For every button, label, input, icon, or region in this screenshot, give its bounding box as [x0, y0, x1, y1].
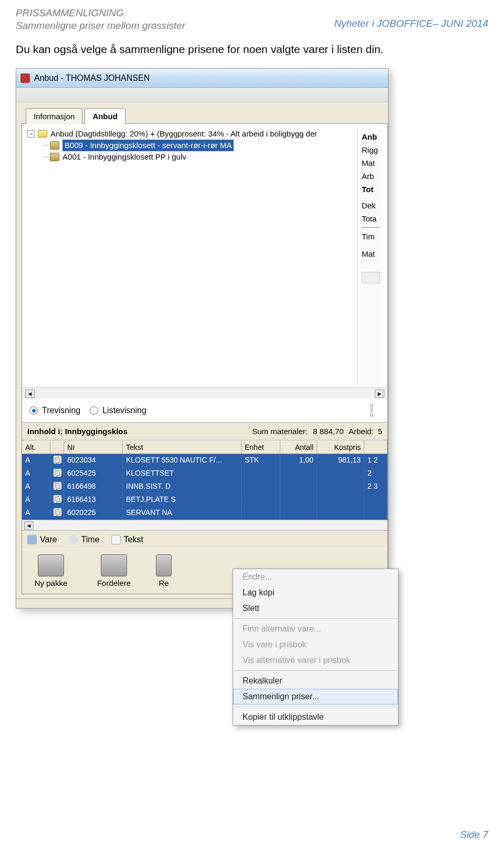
- tab-anbud[interactable]: Anbud: [85, 108, 125, 124]
- tab-panel: − Anbud (Dagtidstillegg: 20%) + (Byggpro…: [22, 123, 388, 594]
- package-icon: [38, 554, 64, 576]
- radio-listevisning[interactable]: Listevisning: [90, 406, 146, 415]
- arrow-down-icon[interactable]: ⇩: [368, 411, 375, 417]
- cell-kostpris: [317, 480, 364, 493]
- doc-header-title: PRISSAMMENLIGNING: [16, 7, 185, 19]
- radio-listevisning-label: Listevisning: [102, 406, 146, 415]
- table-row[interactable]: A6025425KLOSETTSET2: [22, 467, 387, 480]
- radio-checked-icon: [29, 406, 38, 415]
- ctx-lag-kopi[interactable]: Lag kopi: [233, 585, 398, 601]
- radio-trevisning[interactable]: Trevisning: [29, 406, 80, 415]
- innhold-label: Innhold i:: [27, 427, 62, 436]
- reorder-arrows[interactable]: ⇧ ⇩: [368, 404, 380, 417]
- tab-informasjon[interactable]: Informasjon: [26, 108, 82, 124]
- scroll-left-icon[interactable]: ◄: [25, 390, 35, 398]
- item-icon: [54, 456, 61, 464]
- ctx-rekalkuler[interactable]: Rekalkuler: [233, 673, 398, 689]
- btn-fordelere-label: Fordelere: [97, 579, 131, 587]
- toolbar-vare[interactable]: Vare: [27, 535, 57, 544]
- btn-re-label: Re: [159, 579, 169, 587]
- cell-kostpris: [317, 493, 364, 506]
- app-icon: [20, 73, 30, 83]
- cell-antall: [280, 493, 317, 506]
- col-antall[interactable]: Antall: [280, 440, 317, 454]
- scroll-right-icon[interactable]: ►: [375, 390, 384, 398]
- cell-kostpris: 981,13: [317, 454, 364, 467]
- summary-anb: Anb: [362, 130, 380, 143]
- tree-view[interactable]: − Anbud (Dagtidstillegg: 20%) + (Byggpro…: [27, 128, 357, 385]
- table-row[interactable]: A6166498INNB.SIST. D2 3: [22, 480, 387, 493]
- toolbar-tekst[interactable]: Tekst: [111, 535, 143, 544]
- clock-icon: [69, 535, 78, 544]
- ctx-vis-alt-prisbok[interactable]: Vis alternative varer i prisbok: [233, 653, 398, 668]
- toolbar-time-label: Time: [81, 535, 100, 544]
- table-row[interactable]: A6023034KLOSETT 5530 NAUTIC F/...STK1,00…: [22, 454, 387, 467]
- item-icon: [54, 508, 61, 516]
- cell-tekst: INNB.SIST. D: [123, 480, 242, 493]
- ctx-vis-vare-prisbok[interactable]: Vis vare i prisbok: [233, 637, 398, 653]
- summary-mat2: Mat: [362, 247, 380, 260]
- cell-antall: [280, 480, 317, 493]
- ctx-finn-alternativ[interactable]: Finn alternativ vare...: [233, 621, 398, 637]
- sum-mat-val: 8 884,70: [313, 427, 343, 436]
- summary-button[interactable]: [362, 272, 380, 283]
- table-row[interactable]: A6020225SERVANT NA: [22, 507, 387, 520]
- grid-body[interactable]: A6023034KLOSETT 5530 NAUTIC F/...STK1,00…: [22, 454, 387, 520]
- tree-node-a001[interactable]: A001 - Innbyggingsklosett PP i gulv: [62, 151, 186, 163]
- ctx-endre[interactable]: Endre...: [233, 569, 398, 585]
- arbeid-val: 5: [378, 427, 382, 436]
- cell-tekst: SERVANT NA: [123, 507, 242, 519]
- tree-node-b009[interactable]: B009 - Innbyggingsklosett - servant-rør-…: [62, 140, 234, 151]
- summary-mat: Mat: [362, 156, 380, 170]
- item-icon: [54, 495, 61, 503]
- col-nr[interactable]: Nr: [64, 440, 123, 454]
- summary-sidebar: Anb Rigg Mat Arb Tot Dek Tota Tim Mat: [357, 128, 382, 385]
- col-alt[interactable]: Alt.: [22, 440, 50, 454]
- tree-line-icon: ⋯: [43, 151, 48, 163]
- grid-hscrollbar[interactable]: ◄: [22, 520, 387, 530]
- tree-hscrollbar[interactable]: ◄ ►: [22, 387, 387, 399]
- cell-nr: 6025425: [64, 467, 123, 480]
- folder-icon: [38, 130, 47, 138]
- ctx-slett[interactable]: Slett: [233, 601, 398, 616]
- cell-nr: 6023034: [64, 454, 123, 467]
- package-icon: [50, 153, 59, 161]
- cell-tekst: KLOSETT 5530 NAUTIC F/...: [123, 454, 242, 467]
- btn-fordelere[interactable]: Fordelere: [90, 554, 138, 587]
- summary-arb: Arb: [362, 170, 380, 183]
- doc-footer: Side 7: [460, 829, 488, 841]
- summary-tim: Tim: [362, 230, 380, 243]
- tree-root-label[interactable]: Anbud (Dagtidstillegg: 20%) + (Byggprose…: [50, 128, 317, 140]
- ctx-kopier-utklipp[interactable]: Kopier til utklippstavle: [233, 709, 398, 725]
- cell-alt: A: [22, 454, 50, 467]
- item-icon: [54, 482, 61, 490]
- ctx-separator: [234, 670, 397, 671]
- col-enhet[interactable]: Enhet: [242, 440, 280, 454]
- tree-collapse-icon[interactable]: −: [27, 130, 35, 138]
- cell-end: [364, 493, 387, 506]
- cell-alt: A: [22, 467, 50, 480]
- toolbar-tekst-label: Tekst: [124, 535, 143, 544]
- window-titlebar[interactable]: Anbud - THOMAS JOHANSEN: [16, 69, 388, 88]
- doc-body-text: Du kan også velge å sammenligne prisene …: [16, 43, 488, 56]
- table-row[interactable]: A6166413BETJ.PLATE S: [22, 493, 387, 507]
- scroll-left-icon[interactable]: ◄: [24, 521, 34, 530]
- col-tekst[interactable]: Tekst: [123, 440, 242, 454]
- cell-icon: [50, 480, 64, 493]
- radio-unchecked-icon: [90, 406, 98, 415]
- btn-ny-pakke-label: Ny pakke: [35, 579, 68, 587]
- cell-antall: 1,00: [280, 454, 317, 467]
- cell-icon: [50, 507, 64, 519]
- btn-ny-pakke[interactable]: Ny pakke: [27, 554, 75, 587]
- sum-mat-label: Sum materialer:: [252, 427, 308, 436]
- ctx-separator: [234, 707, 397, 707]
- re-icon: [156, 554, 172, 576]
- summary-tota: Tota: [362, 212, 380, 225]
- grid-header: Alt. Nr Tekst Enhet Antall Kostpris: [22, 440, 387, 454]
- col-kostpris[interactable]: Kostpris: [317, 440, 364, 454]
- cell-kostpris: [317, 507, 364, 519]
- cell-tekst: BETJ.PLATE S: [123, 493, 242, 506]
- btn-re[interactable]: Re: [153, 554, 174, 587]
- ctx-sammenlign-priser[interactable]: Sammenlign priser...: [233, 689, 398, 705]
- toolbar-time[interactable]: Time: [69, 535, 100, 544]
